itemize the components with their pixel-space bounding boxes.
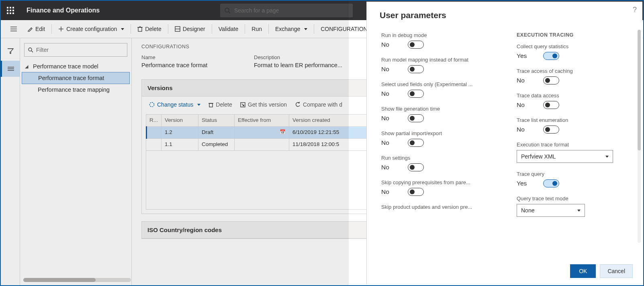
search-input[interactable]	[234, 7, 349, 14]
compare-button[interactable]: Compare with d	[292, 99, 346, 110]
expand-icon[interactable]: ◢	[25, 64, 31, 69]
toggle-field: Show partial import/exportNo	[381, 130, 497, 147]
global-search[interactable]	[220, 4, 353, 17]
left-rail	[1, 38, 20, 285]
cancel-button[interactable]: Cancel	[600, 264, 633, 278]
query-trace-text-mode-dropdown[interactable]: None	[517, 204, 585, 217]
toggle-switch[interactable]	[408, 114, 424, 122]
toggle-switch[interactable]	[408, 139, 424, 147]
toggle-switch[interactable]	[543, 179, 559, 187]
toggle-switch[interactable]	[543, 101, 559, 109]
calendar-icon[interactable]: 📅	[280, 129, 286, 135]
right-column: EXECUTION TRACING Collect query statisti…	[517, 32, 632, 259]
toggle-switch[interactable]	[543, 126, 559, 134]
svg-point-15	[29, 48, 32, 51]
toggle-field: Run in debug modeNo	[381, 32, 497, 49]
tree-root[interactable]: ◢ Performance trace model	[22, 61, 130, 72]
toggle-field: Select used fields only (Experimental ..…	[381, 81, 497, 98]
chevron-down-icon	[304, 28, 307, 30]
execution-trace-format-field: Execution trace format Perfview XML	[517, 142, 632, 163]
toggle-switch[interactable]	[408, 188, 424, 196]
filter-icon[interactable]	[1, 43, 20, 59]
chevron-down-icon	[197, 104, 200, 106]
toggle-switch[interactable]	[408, 163, 424, 171]
tree-item[interactable]: Performance trace format	[22, 72, 130, 84]
exchange-button[interactable]: Exchange	[270, 20, 312, 38]
delete-button[interactable]: Delete	[133, 20, 166, 38]
create-configuration-button[interactable]: Create configuration	[53, 20, 129, 38]
chevron-down-icon	[121, 28, 124, 30]
name-field: Name Performance trace format	[141, 54, 238, 69]
configurations-menu[interactable]: CONFIGURATION	[316, 20, 372, 38]
chevron-down-icon	[605, 156, 609, 158]
svg-line-16	[31, 51, 33, 52]
delete-version-button[interactable]: Delete	[205, 99, 235, 110]
run-button[interactable]: Run	[247, 20, 267, 38]
toggle-switch[interactable]	[408, 41, 424, 49]
toggle-switch[interactable]	[408, 65, 424, 73]
toggle-field: Skip copying prerequisites from pare...N…	[381, 179, 497, 196]
validate-button[interactable]: Validate	[214, 20, 243, 38]
toggle-field: Trace list enumerationNo	[517, 117, 632, 134]
toggle-switch[interactable]	[543, 52, 559, 60]
toggle-switch[interactable]	[408, 90, 424, 98]
vertical-scrollbar[interactable]	[638, 30, 641, 243]
group-heading: EXECUTION TRACING	[517, 32, 632, 38]
chevron-down-icon	[577, 210, 581, 212]
list-icon[interactable]	[1, 61, 20, 77]
help-icon[interactable]: ?	[633, 6, 637, 14]
app-title: Finance and Operations	[27, 7, 100, 14]
filter-input[interactable]	[36, 47, 124, 53]
toggle-field: Collect query statisticsYes	[517, 43, 632, 60]
description-field: Description Format to learn ER performan…	[254, 54, 350, 69]
user-parameters-dialog: ? User parameters Run in debug modeNoRun…	[366, 2, 642, 284]
toggle-switch[interactable]	[543, 76, 559, 84]
dialog-title: User parameters	[367, 2, 642, 20]
ok-button[interactable]: OK	[570, 264, 596, 278]
toggle-field: Skip product updates and version pre...	[381, 204, 497, 210]
svg-point-17	[150, 103, 154, 107]
get-version-button[interactable]: Get this version	[237, 99, 290, 110]
svg-line-1	[229, 12, 230, 13]
horizontal-scrollbar[interactable]	[23, 278, 131, 282]
filter-box[interactable]	[24, 43, 127, 57]
query-trace-text-mode-field: Query trace text mode None	[517, 195, 632, 217]
svg-rect-18	[209, 103, 213, 107]
left-column: Run in debug modeNoRun model mapping ins…	[381, 32, 497, 259]
toggle-field: Run model mapping instead of formatNo	[381, 57, 497, 73]
change-status-button[interactable]: Change status	[146, 99, 204, 110]
toggle-field: Trace data accessNo	[517, 93, 632, 109]
app-launcher-icon[interactable]	[1, 1, 20, 20]
toggle-field: Show file generation timeNo	[381, 106, 497, 122]
svg-point-0	[225, 8, 229, 12]
edit-button[interactable]: Edit	[22, 20, 50, 38]
nav-hamburger-icon[interactable]	[6, 20, 22, 38]
tree-item[interactable]: Performance trace mapping	[22, 84, 130, 95]
execution-trace-format-dropdown[interactable]: Perfview XML	[517, 150, 613, 163]
toggle-field: Trace query Yes	[517, 171, 632, 187]
tree-panel: ◢ Performance trace model Performance tr…	[20, 38, 132, 285]
svg-rect-7	[138, 27, 142, 31]
designer-button[interactable]: Designer	[170, 20, 210, 38]
toggle-field: Run settingsNo	[381, 155, 497, 171]
toggle-field: Trace access of cachingNo	[517, 68, 632, 84]
